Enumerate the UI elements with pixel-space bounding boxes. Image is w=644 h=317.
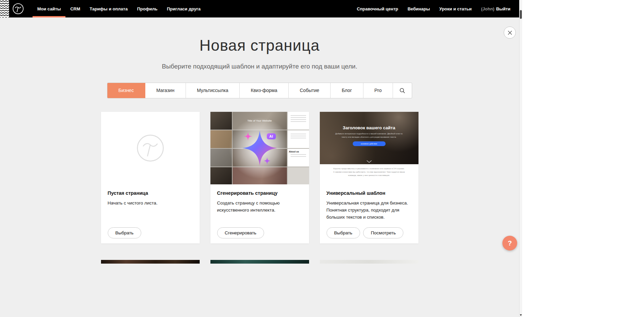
preview-about-section: Коротко представьтесь и расскажите о ком… [320, 164, 418, 184]
user-name: (John) [481, 6, 494, 11]
search-icon [399, 88, 405, 94]
preview-subheading: Добавьте интересные подробности о вашей … [334, 132, 404, 139]
preview-hero-section: Заголовок вашего сайта Добавьте интересн… [320, 112, 418, 164]
universal-template-preview: Заголовок вашего сайта Добавьте интересн… [320, 112, 418, 184]
template-card-blank[interactable]: Пустая страница Начать с чистого листа. … [101, 112, 200, 243]
page-title: Новая страница [0, 36, 519, 54]
card-title: Пустая страница [108, 190, 193, 196]
preview-body-text: Коротко представьтесь и расскажите о ком… [333, 167, 406, 177]
ai-collage-preview: Title of Your Website About us [210, 112, 309, 184]
card-description: Начать с чистого листа. [108, 200, 193, 207]
preview-cta-button: основное действие [353, 141, 386, 146]
tab-business[interactable]: Бизнес [107, 83, 145, 98]
tab-shop[interactable]: Магазин [145, 83, 186, 98]
nav-logout[interactable]: (John) Выйти [476, 0, 515, 17]
card-description: Универсальная страница для бизнеса. Поня… [327, 200, 412, 221]
template-card-ai-generate[interactable]: Title of Your Website About us [210, 112, 309, 243]
template-card-partial[interactable] [210, 260, 309, 264]
page-subtitle: Выберите подходящий шаблон и адаптируйте… [0, 63, 519, 70]
nav-my-sites[interactable]: Мои сайты [33, 0, 65, 17]
category-tabs: Бизнес Магазин Мультиссылка Квиз-форма С… [107, 83, 412, 98]
secondary-menu: Справочный центр Вебинары Уроки и статьи… [352, 0, 519, 17]
scrollbar-down-arrow[interactable] [520, 314, 522, 316]
choose-button[interactable]: Выбрать [327, 227, 360, 238]
close-button[interactable] [504, 27, 516, 39]
top-navbar: Мои сайты CRM Тарифы и оплата Профиль Пр… [0, 0, 519, 17]
template-card-partial[interactable] [101, 260, 200, 264]
ai-badge: AI [267, 133, 276, 139]
tab-blog[interactable]: Блог [331, 83, 363, 98]
template-card-universal[interactable]: Заголовок вашего сайта Добавьте интересн… [320, 112, 418, 243]
nav-pricing[interactable]: Тарифы и оплата [85, 0, 132, 17]
generate-button[interactable]: Сгенерировать [217, 227, 264, 238]
tab-pro[interactable]: Pro [363, 83, 393, 98]
nav-lessons[interactable]: Уроки и статьи [435, 0, 476, 17]
logout-label: Выйти [496, 6, 510, 11]
nav-help-center[interactable]: Справочный центр [352, 0, 403, 17]
nav-invite-friend[interactable]: Пригласи друга [162, 0, 205, 17]
main-menu: Мои сайты CRM Тарифы и оплата Профиль Пр… [33, 0, 205, 17]
view-button[interactable]: Посмотреть [363, 227, 403, 238]
preview-heading: Заголовок вашего сайта [320, 125, 418, 130]
tab-quiz-form[interactable]: Квиз-форма [240, 83, 289, 98]
scrollbar-thumb[interactable] [520, 10, 522, 19]
card-description: Создать страницу с помощью искусственног… [217, 200, 302, 214]
template-card-partial[interactable] [320, 260, 418, 264]
close-icon [507, 30, 512, 35]
chevron-down-icon [366, 160, 372, 163]
vertical-scrollbar[interactable] [519, 0, 522, 317]
nav-webinars[interactable]: Вебинары [403, 0, 435, 17]
search-button[interactable] [393, 83, 412, 98]
tilda-logo-icon[interactable] [12, 3, 24, 14]
choose-button[interactable]: Выбрать [108, 227, 141, 238]
tab-multilink[interactable]: Мультиссылка [186, 83, 240, 98]
nav-profile[interactable]: Профиль [132, 0, 162, 17]
template-grid-row2 [101, 260, 418, 264]
help-button[interactable]: ? [502, 236, 517, 251]
template-grid: Пустая страница Начать с чистого листа. … [101, 112, 418, 243]
ai-sparkle-icon [235, 123, 285, 173]
app-window: Мои сайты CRM Тарифы и оплата Профиль Пр… [0, 0, 522, 317]
card-title: Сгенерировать страницу [217, 190, 302, 196]
card-title: Универсальный шаблон [327, 190, 412, 196]
nav-crm[interactable]: CRM [65, 0, 85, 17]
tilda-watermark-icon [136, 134, 164, 162]
zigzag-pattern-icon [0, 0, 9, 17]
blank-page-preview [101, 112, 200, 184]
tab-event[interactable]: Событие [289, 83, 331, 98]
new-page-dialog: Новая страница Выберите подходящий шабло… [0, 17, 519, 317]
